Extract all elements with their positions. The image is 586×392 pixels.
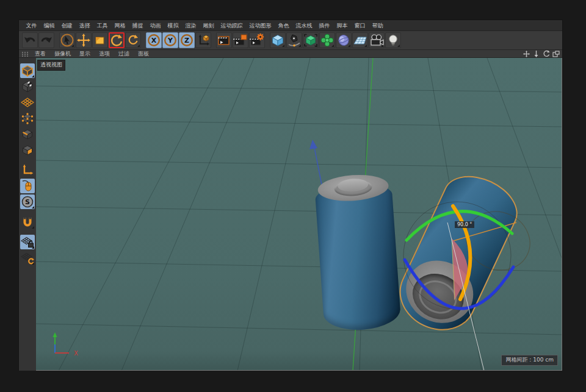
workplane-rotate-icon <box>21 251 34 265</box>
z-axis-icon: Z <box>179 33 194 48</box>
menu-edit[interactable]: 编辑 <box>40 20 58 31</box>
camera-icon <box>369 33 384 48</box>
menu-snap[interactable]: 捕捉 <box>129 20 146 31</box>
cylinder-lying-selected[interactable] <box>382 159 534 349</box>
dolly-view-icon[interactable] <box>532 50 540 57</box>
menu-render[interactable]: 渲染 <box>182 20 200 31</box>
axis-icon <box>21 163 34 177</box>
panel-drag-handle-icon[interactable] <box>21 51 29 57</box>
polygons-mode-button[interactable] <box>20 143 35 157</box>
menu-tools[interactable]: 工具 <box>93 20 111 31</box>
vp-menu-display[interactable]: 显示 <box>75 50 95 58</box>
menu-sculpt[interactable]: 雕刻 <box>200 20 217 31</box>
spline-pen-button[interactable] <box>286 32 302 48</box>
viewport-solo-button[interactable] <box>20 179 35 193</box>
move-button[interactable] <box>76 32 92 48</box>
floor-grid-icon <box>353 33 367 48</box>
menu-plugins[interactable]: 插件 <box>316 20 333 31</box>
deformer-button[interactable] <box>319 32 335 48</box>
menu-pipeline[interactable]: 流水线 <box>292 20 316 31</box>
svg-text:Z: Z <box>184 37 189 45</box>
menu-file[interactable]: 文件 <box>23 20 40 31</box>
menu-window[interactable]: 窗口 <box>351 20 369 31</box>
y-axis-lock-button[interactable]: Y <box>162 32 178 48</box>
menu-select[interactable]: 选择 <box>76 20 93 31</box>
app-window: 文件 编辑 创建 选择 工具 网格 捕捉 动画 模拟 渲染 雕刻 运动跟踪 运动… <box>18 20 563 371</box>
scale-button[interactable] <box>92 32 108 48</box>
x-axis-lock-button[interactable]: X <box>146 32 162 48</box>
axis-indicator: X <box>47 325 84 359</box>
rotate-normalized-button[interactable] <box>125 32 141 48</box>
menu-bar: 文件 编辑 创建 选择 工具 网格 捕捉 动画 模拟 渲染 雕刻 运动跟踪 运动… <box>19 20 562 31</box>
subdivision-surface-button[interactable] <box>303 32 319 48</box>
vp-menu-options[interactable]: 选项 <box>95 50 114 58</box>
toggle-panel-icon[interactable] <box>552 50 560 57</box>
pen-icon <box>287 33 302 48</box>
coordinate-system-button[interactable] <box>195 32 211 48</box>
render-picture-viewer-icon <box>233 33 248 48</box>
render-view-button[interactable] <box>216 32 232 48</box>
menu-create[interactable]: 创建 <box>58 20 76 31</box>
snap-s-icon: S <box>21 195 34 208</box>
rotate-view-icon[interactable] <box>542 50 550 57</box>
workplane-options-button[interactable] <box>20 251 35 265</box>
undo-button[interactable] <box>22 32 38 48</box>
green-cube-icon <box>303 33 318 48</box>
vp-menu-view[interactable]: 查看 <box>31 50 50 58</box>
vp-menu-filter[interactable]: 过滤 <box>114 50 134 58</box>
snap-settings-button[interactable]: S <box>20 194 35 209</box>
live-selection-button[interactable] <box>59 32 75 48</box>
rotate-small-icon <box>127 34 139 46</box>
redo-button[interactable] <box>38 32 54 48</box>
magnet-icon <box>21 215 34 229</box>
workplane-grid-icon <box>21 96 34 109</box>
viewport-menu-bar: 查看 摄像机 显示 选项 过滤 面板 <box>19 50 562 58</box>
svg-text:S: S <box>25 198 30 206</box>
menu-mograph[interactable]: 运动图形 <box>246 20 275 31</box>
selection-arrow-icon <box>60 33 74 48</box>
menu-help[interactable]: 帮助 <box>369 20 386 31</box>
light-bulb-icon <box>386 33 400 48</box>
render-view-icon <box>217 33 231 48</box>
undo-icon <box>23 35 37 46</box>
model-cube-icon <box>21 64 34 77</box>
light-button[interactable] <box>385 32 401 48</box>
axis-x-label: X <box>74 350 78 357</box>
viewport-3d[interactable]: X 透视视图 90.0 ° 网格间距 : 100 cm <box>36 58 562 371</box>
enable-axis-button[interactable] <box>20 163 35 177</box>
texture-cube-icon <box>21 80 34 93</box>
points-cube-icon <box>21 112 34 125</box>
workplane-mode-button[interactable] <box>20 95 35 110</box>
model-mode-button[interactable] <box>20 63 35 78</box>
menu-script[interactable]: 脚本 <box>333 20 351 31</box>
edges-mode-button[interactable] <box>20 127 35 141</box>
menu-character[interactable]: 角色 <box>275 20 292 31</box>
menu-motion-tracker[interactable]: 运动跟踪 <box>217 20 246 31</box>
view-label: 透视视图 <box>37 60 65 71</box>
menu-simulate[interactable]: 模拟 <box>164 20 182 31</box>
render-settings-button[interactable] <box>249 32 265 48</box>
points-mode-button[interactable] <box>20 111 35 126</box>
menu-mesh[interactable]: 网格 <box>111 20 129 31</box>
menu-animate[interactable]: 动画 <box>146 20 164 31</box>
mouse-icon <box>21 179 34 193</box>
primitive-cube-button[interactable] <box>270 32 286 48</box>
rotate-icon <box>110 34 123 47</box>
x-axis-icon: X <box>146 33 161 48</box>
render-picture-viewer-button[interactable] <box>233 32 248 48</box>
enable-snap-button[interactable] <box>20 215 35 229</box>
lock-workplane-button[interactable] <box>20 235 35 249</box>
vp-menu-cameras[interactable]: 摄像机 <box>50 50 75 58</box>
vp-menu-panel[interactable]: 面板 <box>134 50 153 58</box>
rotate-button[interactable] <box>109 32 125 48</box>
redo-icon <box>40 35 53 46</box>
floor-button[interactable] <box>352 32 368 48</box>
field-button[interactable] <box>336 32 352 48</box>
camera-button[interactable] <box>369 32 385 48</box>
z-axis-lock-button[interactable]: Z <box>179 32 195 48</box>
edges-cube-icon <box>21 127 34 141</box>
field-sphere-icon <box>336 33 351 48</box>
workplane-lock-icon <box>21 235 34 249</box>
pan-view-icon[interactable] <box>523 50 530 57</box>
texture-mode-button[interactable] <box>20 79 35 94</box>
